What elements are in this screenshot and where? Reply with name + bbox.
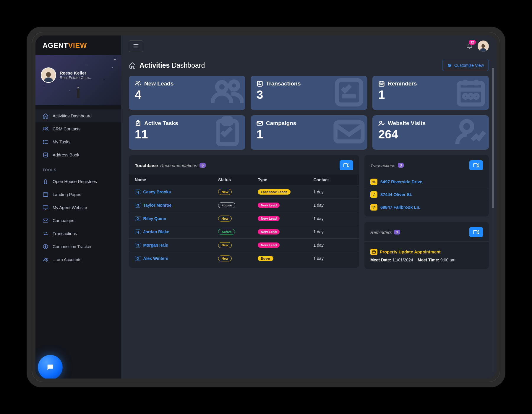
stat-card-website-visits[interactable]: Website Visits 264 [372,115,489,150]
type-badge: Facebook Leads [258,189,290,195]
people-icon [135,80,141,87]
home-icon [43,113,48,119]
sidebar-item-label: Landing Pages [53,192,81,197]
table-row[interactable]: QMorgan Hale New New Lead 1 day [129,238,359,252]
calendar-icon [378,80,385,87]
q-chip: Q [135,190,141,194]
list-item[interactable]: 69847 Fallbrook Ln. [364,201,489,214]
sidebar-item-commission-tracker[interactable]: Commission Tracker [35,240,121,253]
sidebar-item-address-book[interactable]: Address Book [35,148,121,161]
lead-name-link[interactable]: Taylor Monroe [143,203,171,208]
svg-point-43 [380,84,381,85]
reminders-video-button[interactable] [469,227,483,237]
svg-point-51 [469,95,472,98]
lead-name-link[interactable]: Riley Quinn [143,216,166,221]
type-badge: New Lead [258,203,280,208]
coin-icon [43,244,48,250]
svg-point-2 [46,127,48,128]
transactions-count-badge: 3 [398,163,404,168]
transaction-link[interactable]: 69847 Fallbrook Ln. [380,205,420,210]
stat-card-new-leads[interactable]: New Leads 4 [129,76,245,110]
lead-name-link[interactable]: Casey Brooks [143,190,171,194]
q-chip: Q [135,256,141,261]
lead-name-link[interactable]: Morgan Hale [143,243,168,248]
user-role: Real Estate Com… [60,75,93,80]
exchange-icon [43,231,48,237]
brand-logo: AGENTVIEW [35,35,121,52]
svg-point-10 [45,154,46,155]
reminder-item-title[interactable]: Property Update Appointment [370,249,483,255]
user-menu-avatar[interactable] [478,41,489,52]
main: 12 Activities Dashboard Customize View N… [121,35,497,379]
avatar[interactable] [41,67,56,83]
svg-point-0 [46,72,51,77]
list-item[interactable]: 6497 Riverside Drive [364,176,489,188]
svg-rect-57 [257,122,262,125]
type-badge: New Lead [258,229,280,235]
lead-name-link[interactable]: Alex Winters [143,256,168,261]
lead-name-link[interactable]: Jordan Blake [143,229,169,234]
svg-rect-37 [337,80,361,105]
sidebar-item-label: My Agent Website [53,205,87,210]
status-badge: Active [218,229,235,235]
svg-rect-14 [43,206,48,209]
svg-rect-61 [344,164,348,167]
contact-age: 1 day [314,229,353,234]
team-icon [43,257,48,263]
chat-bubble-button[interactable] [38,355,63,379]
svg-rect-35 [257,81,262,86]
svg-point-19 [44,258,46,259]
svg-point-7 [43,142,44,142]
svg-rect-63 [473,230,477,234]
transactions-panel: Transactions 3 6497 Riverside Drive87444… [364,155,489,216]
svg-point-33 [217,82,227,92]
touchbase-video-button[interactable] [340,160,353,170]
stat-card-campaigns[interactable]: Campaigns 1 [251,115,367,150]
exchange-icon [370,191,377,198]
sidebar-item-campaigns[interactable]: Campaigns [35,214,121,227]
contact-age: 1 day [314,243,353,248]
svg-point-8 [43,143,44,144]
sidebar-item-transactions[interactable]: Transactions [35,227,121,240]
home-icon [129,62,136,69]
customize-view-button[interactable]: Customize View [442,60,489,71]
table-row[interactable]: QAlex Winters New Buyer 1 day [129,252,359,265]
sidebar-item-open-house-registries[interactable]: Open House Registries [35,175,121,188]
notifications-button[interactable]: 12 [466,42,473,50]
sidebar-item-crm-contacts[interactable]: CRM Contacts [35,122,121,135]
sidebar-item-label: My Tasks [53,140,70,144]
page-header: Activities Dashboard Customize View [121,57,497,76]
sidebar-item-landing-pages[interactable]: Landing Pages [35,188,121,201]
window-icon [43,192,48,198]
svg-rect-17 [43,219,48,222]
stat-card-transactions[interactable]: Transactions 3 [251,76,367,110]
type-badge: New Lead [258,242,280,248]
transactions-video-button[interactable] [469,160,483,170]
table-row[interactable]: QCasey Brooks New Facebook Leads 1 day [129,185,359,198]
transaction-link[interactable]: 6497 Riverside Drive [380,179,422,184]
chevron-down-icon[interactable] [113,57,117,63]
svg-point-30 [449,66,450,67]
list-item[interactable]: 87444 Oliver St. [364,188,489,201]
monitor-icon [43,205,48,211]
sidebar-item-my-agent-website[interactable]: My Agent Website [35,201,121,214]
sidebar: AGENTVIEW Reese Keller Real Estate Com… … [35,35,121,379]
stat-card-reminders[interactable]: Reminders 1 [372,76,489,110]
sidebar-item-team-accounts[interactable]: …am Accounts [35,253,121,266]
contact-age: 1 day [314,216,353,221]
sidebar-item-activities-dashboard[interactable]: Activities Dashboard [35,109,121,122]
sidebar-item-my-tasks[interactable]: My Tasks [35,135,121,148]
table-row[interactable]: QJordan Blake Active New Lead 1 day [129,225,359,238]
transaction-link[interactable]: 87444 Oliver St. [380,192,412,197]
table-row[interactable]: QRiley Quinn New New Lead 1 day [129,212,359,225]
checklist-icon [257,80,263,87]
stat-card-active-tasks[interactable]: Active Tasks 11 [129,115,245,150]
table-row[interactable]: QTaylor Monroe Future New Lead 1 day [129,198,359,212]
sidebar-item-label: …am Accounts [53,257,82,262]
menu-toggle-button[interactable] [129,40,143,52]
touchbase-table-head: Name Status Type Contact [129,174,359,185]
svg-point-59 [380,121,382,123]
type-badge: New Lead [258,216,280,221]
scrollbar[interactable] [492,68,494,373]
status-badge: Future [218,202,235,208]
